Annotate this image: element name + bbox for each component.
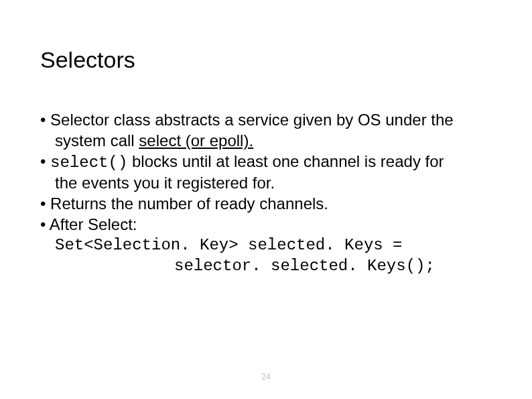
slide: Selectors • Selector class abstracts a s… — [0, 0, 532, 399]
bullet-4-code-line-1: Set<Selection. Key> selected. Keys = — [40, 236, 492, 255]
bullet-2-rest: blocks until at least one channel is rea… — [127, 152, 444, 170]
page-number: 24 — [0, 372, 532, 382]
bullet-1-line-2: system call select (or epoll). — [40, 131, 492, 151]
slide-body: • Selector class abstracts a service giv… — [40, 111, 492, 276]
bullet-1-line-1: • Selector class abstracts a service giv… — [40, 111, 492, 130]
bullet-2-code: select() — [50, 154, 127, 172]
bullet-2-line-2: the events you it registered for. — [40, 174, 492, 193]
bullet-4-code-line-2: selector. selected. Keys(); — [40, 257, 492, 276]
slide-title: Selectors — [40, 47, 492, 73]
bullet-1-line-2-underline: select (or epoll). — [139, 131, 253, 150]
bullet-3: • Returns the number of ready channels. — [40, 194, 492, 214]
bullet-1-line-2-pre: system call — [55, 131, 139, 150]
bullet-2-marker: • — [40, 152, 50, 170]
bullet-4: • After Select: — [40, 215, 492, 235]
bullet-2-line-1: • select() blocks until at least one cha… — [40, 152, 492, 173]
